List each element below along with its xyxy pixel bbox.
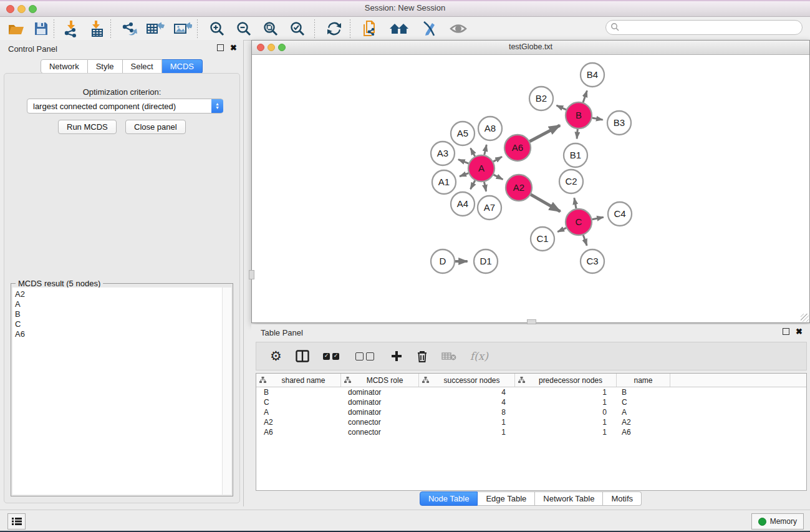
close-view-button[interactable] (257, 44, 264, 51)
table-cell[interactable]: C (256, 398, 340, 407)
table-cell[interactable]: 1 (513, 398, 614, 407)
graph-node-C2[interactable]: C2 (559, 170, 583, 193)
table-cell[interactable]: 1 (513, 428, 614, 437)
graph-node-B3[interactable]: B3 (607, 111, 631, 135)
graph-node-A[interactable]: A (468, 155, 494, 181)
export-table-icon[interactable] (146, 19, 165, 38)
tab-edge-table[interactable]: Edge Table (478, 491, 535, 506)
graph-edge-A-A3[interactable] (458, 160, 468, 163)
graph-node-B2[interactable]: B2 (529, 87, 553, 110)
graph-edge-C-C3[interactable] (583, 235, 587, 246)
graph-node-A7[interactable]: A7 (478, 196, 501, 220)
bottom-splitter-handle[interactable] (527, 319, 536, 324)
tab-select[interactable]: Select (123, 59, 162, 74)
table-cell[interactable]: 4 (418, 398, 513, 407)
graph-node-B1[interactable]: B1 (564, 143, 587, 167)
close-table-panel-icon[interactable]: ✖ (796, 328, 803, 335)
graph-edge-A6-B[interactable] (529, 125, 560, 142)
export-image-icon[interactable] (173, 19, 192, 38)
run-mcds-button[interactable]: Run MCDS (58, 120, 117, 134)
graph-node-B[interactable]: B (566, 102, 592, 128)
export-network-icon[interactable] (120, 19, 137, 38)
function-builder-icon[interactable]: f(x) (470, 350, 488, 362)
close-panel-button[interactable]: Close panel (125, 120, 186, 134)
table-cell[interactable]: 8 (418, 408, 513, 417)
graph-node-C3[interactable]: C3 (581, 249, 604, 273)
graph-node-A3[interactable]: A3 (431, 142, 455, 165)
float-panel-icon[interactable] (217, 44, 224, 51)
graph-edge-A-A2[interactable] (494, 175, 503, 180)
minimize-window-button[interactable] (17, 5, 26, 13)
table-cell[interactable]: connector (340, 418, 418, 427)
graph-edge-C-C4[interactable] (592, 217, 604, 220)
memory-button[interactable]: Memory (751, 513, 804, 530)
graph-edge-B-B4[interactable] (583, 90, 587, 102)
result-list-item[interactable]: B (15, 309, 222, 319)
table-cell[interactable]: B (614, 388, 667, 397)
graph-node-A4[interactable]: A4 (451, 192, 475, 216)
graph-edge-A-A5[interactable] (471, 148, 475, 157)
table-cell[interactable]: 1 (418, 418, 513, 427)
import-network-icon[interactable] (63, 19, 79, 38)
tab-node-table[interactable]: Node Table (420, 491, 478, 506)
mcds-result-list[interactable]: A2ABCA6 (12, 288, 223, 495)
graph-node-A1[interactable]: A1 (432, 170, 456, 194)
graph-edge-A-A7[interactable] (484, 182, 486, 191)
graph-node-D1[interactable]: D1 (474, 249, 498, 273)
column-header-successor-nodes[interactable]: successor nodes (419, 374, 515, 387)
select-all-checkboxes-icon[interactable] (323, 353, 342, 360)
tab-mcds[interactable]: MCDS (162, 59, 203, 74)
home-icon[interactable] (389, 19, 409, 38)
result-list-item[interactable]: A (15, 299, 222, 309)
graph-node-A6[interactable]: A6 (504, 135, 531, 161)
network-from-document-icon[interactable] (362, 19, 378, 38)
table-settings-icon[interactable]: ⚙ (270, 350, 282, 362)
table-cell[interactable]: A6 (614, 428, 667, 437)
graph-edge-B-B2[interactable] (556, 105, 566, 110)
import-table-icon[interactable] (89, 19, 105, 38)
table-cell[interactable]: dominator (340, 408, 418, 417)
graph-edge-A-A6[interactable] (493, 157, 502, 162)
graph-node-B4[interactable]: B4 (581, 63, 604, 87)
table-cell[interactable]: A6 (256, 428, 340, 437)
tab-network[interactable]: Network (41, 59, 88, 74)
table-cell[interactable]: dominator (340, 388, 418, 397)
resize-grip-icon[interactable] (801, 314, 809, 322)
graph-edge-B-B3[interactable] (592, 118, 603, 120)
column-header-name[interactable]: name (617, 374, 670, 387)
graph-node-D[interactable]: D (431, 249, 455, 273)
criterion-dropdown[interactable]: largest connected component (directed) ▲… (27, 99, 223, 114)
result-scrollbar[interactable] (222, 288, 231, 495)
graph-node-A5[interactable]: A5 (451, 122, 475, 145)
column-header-mcds-role[interactable]: MCDS role (341, 374, 419, 387)
table-row[interactable]: Cdominator41C (256, 397, 806, 407)
delete-table-icon[interactable] (441, 351, 456, 361)
zoom-selected-icon[interactable] (289, 19, 306, 38)
table-cell[interactable]: A2 (256, 418, 340, 427)
network-canvas[interactable]: B4B2BB3A5A8A6B1A3AA1A2C2A4A7C4CC1C3DD1 (253, 55, 808, 321)
refresh-network-icon[interactable] (326, 19, 342, 38)
graph-node-C1[interactable]: C1 (531, 227, 554, 251)
tab-network-table[interactable]: Network Table (535, 491, 603, 506)
graph-edge-C-C1[interactable] (557, 228, 566, 231)
graph-edge-A-A4[interactable] (470, 180, 475, 189)
graph-node-A2[interactable]: A2 (506, 175, 532, 201)
table-cell[interactable]: A (614, 408, 667, 417)
table-cell[interactable]: 1 (513, 418, 614, 427)
table-row[interactable]: Bdominator41B (256, 387, 806, 397)
close-panel-icon[interactable]: ✖ (230, 44, 237, 51)
search-input[interactable] (605, 20, 803, 35)
table-cell[interactable]: 0 (513, 408, 614, 417)
add-column-icon[interactable] (390, 350, 403, 362)
graph-node-A8[interactable]: A8 (478, 117, 502, 140)
zoom-in-icon[interactable] (209, 19, 225, 38)
result-list-item[interactable]: A2 (15, 289, 222, 299)
table-cell[interactable]: 1 (418, 428, 513, 437)
graph-node-C4[interactable]: C4 (608, 202, 632, 226)
left-splitter-handle[interactable] (249, 270, 254, 279)
float-table-panel-icon[interactable] (783, 328, 789, 335)
maximize-view-button[interactable] (278, 44, 286, 51)
table-cell[interactable]: C (614, 398, 667, 407)
show-graphics-icon[interactable] (449, 19, 468, 38)
hide-annotations-icon[interactable] (420, 19, 438, 38)
